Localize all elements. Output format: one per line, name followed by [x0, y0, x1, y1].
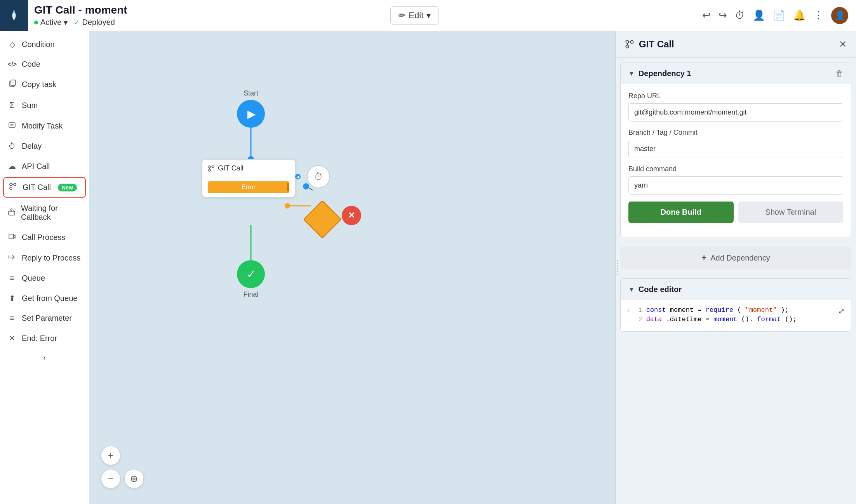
- sidebar-item-reply-to-process[interactable]: Reply to Process: [0, 248, 89, 268]
- x-icon: ✕: [348, 210, 355, 221]
- undo-icon[interactable]: ↩: [702, 9, 711, 21]
- canvas-controls: + − ⊕: [101, 446, 144, 488]
- call-process-icon: [8, 233, 16, 242]
- action-buttons: Done Build Show Terminal: [628, 202, 843, 223]
- dependency-section: ▼ Dependency 1 🗑 Repo URL Branch / Tag /…: [620, 63, 851, 237]
- done-build-button[interactable]: Done Build: [628, 202, 734, 223]
- repo-url-input[interactable]: [628, 103, 843, 122]
- add-dependency-button[interactable]: + Add Dependency: [620, 247, 851, 269]
- sidebar-item-queue[interactable]: ≡ Queue: [0, 268, 89, 288]
- more-menu-icon[interactable]: ⋮: [813, 9, 823, 21]
- expand-icon[interactable]: ⤢: [838, 306, 845, 316]
- flow-svg: [89, 31, 615, 504]
- sidebar-item-condition[interactable]: ◇ Condition: [0, 34, 89, 54]
- delete-dependency-button[interactable]: 🗑: [835, 69, 843, 78]
- sidebar-item-delay[interactable]: ⏱ Delay: [0, 136, 89, 156]
- delay-node[interactable]: ⏱: [307, 165, 330, 188]
- svg-point-22: [303, 183, 309, 189]
- code-line-1: ⚠ 1 const moment = require ( "moment" );: [627, 306, 845, 314]
- svg-line-21: [307, 186, 313, 190]
- zoom-in-button[interactable]: +: [101, 446, 120, 465]
- active-badge[interactable]: Active ▾: [34, 18, 68, 27]
- sidebar-item-git-call[interactable]: GIT Call New: [3, 177, 86, 198]
- dependency-chevron-icon: ▼: [628, 70, 635, 77]
- canvas[interactable]: Start ▶ GIT Call Error ◀ ⏱: [89, 31, 615, 504]
- svg-point-7: [10, 183, 12, 186]
- panel-close-button[interactable]: ✕: [839, 39, 847, 50]
- sidebar-item-end-error[interactable]: ✕ End: Error: [0, 328, 89, 348]
- waiting-icon: [8, 208, 16, 218]
- delete-node-button[interactable]: ✕: [342, 206, 361, 225]
- bell-icon[interactable]: 🔔: [793, 9, 806, 21]
- user-avatar[interactable]: 👤: [831, 7, 848, 24]
- sidebar: ◇ Condition </> Code Copy task Σ Sum Mod…: [0, 31, 89, 504]
- header-center: ✏ Edit ▾: [127, 6, 702, 25]
- code-line-2: ⚠ 2 data .datetime = moment (). format (…: [627, 316, 845, 323]
- active-dot: [34, 21, 38, 24]
- redo-icon[interactable]: ↪: [719, 9, 727, 21]
- sidebar-item-api-call[interactable]: ☁ API Call: [0, 156, 89, 176]
- sidebar-item-copy-task[interactable]: Copy task: [0, 74, 89, 95]
- sidebar-item-get-from-queue[interactable]: ⬆ Get from Queue: [0, 288, 89, 308]
- deployed-badge: ✓ Deployed: [74, 18, 115, 27]
- code-editor-header[interactable]: ▼ Code editor: [621, 279, 851, 300]
- sidebar-collapse-button[interactable]: ‹: [0, 348, 89, 368]
- build-command-input[interactable]: [628, 176, 843, 195]
- svg-point-9: [10, 187, 12, 189]
- dependency-section-body: Repo URL Branch / Tag / Commit Build com…: [621, 84, 851, 237]
- queue-icon: ≡: [8, 274, 16, 283]
- sidebar-item-modify-task[interactable]: Modify Task: [0, 116, 89, 136]
- end-error-icon: ✕: [8, 334, 16, 343]
- delay-icon: ⏱: [8, 142, 16, 151]
- edit-pencil-icon: ✏: [398, 10, 405, 21]
- fit-icon: ⊕: [130, 473, 138, 484]
- branch-input[interactable]: [628, 140, 843, 158]
- sidebar-item-sum[interactable]: Σ Sum: [0, 95, 89, 116]
- reply-process-icon: [8, 253, 16, 263]
- status-badges: Active ▾ ✓ Deployed: [34, 18, 127, 27]
- svg-rect-4: [9, 123, 15, 127]
- zoom-out-button[interactable]: −: [101, 469, 120, 488]
- play-icon: ▶: [247, 108, 256, 120]
- edit-button[interactable]: ✏ Edit ▾: [390, 6, 439, 25]
- edit-chevron-icon: ▾: [426, 10, 431, 21]
- fit-button[interactable]: ⊕: [124, 469, 144, 488]
- plus-icon: +: [701, 253, 706, 263]
- title-group: GIT Call - moment Active ▾ ✓ Deployed: [34, 4, 127, 27]
- sidebar-item-set-parameter[interactable]: ≡ Set Parameter: [0, 308, 89, 328]
- document-icon[interactable]: 📄: [773, 9, 785, 21]
- svg-point-23: [209, 165, 211, 167]
- svg-point-1: [13, 10, 15, 13]
- svg-point-25: [209, 169, 211, 171]
- svg-point-20: [285, 203, 290, 209]
- sidebar-item-code[interactable]: </> Code: [0, 54, 89, 74]
- sidebar-item-call-process[interactable]: Call Process: [0, 227, 89, 248]
- svg-point-28: [626, 40, 628, 43]
- dependency-section-header[interactable]: ▼ Dependency 1 🗑: [621, 63, 851, 84]
- sum-icon: Σ: [8, 100, 16, 110]
- condition-icon: ◇: [8, 40, 16, 49]
- add-user-icon[interactable]: 👤: [753, 9, 765, 21]
- svg-point-24: [212, 165, 214, 167]
- code-editor-body: ⤢ ⚠ 1 const moment = require ( "moment" …: [621, 300, 851, 331]
- code-editor-chevron-icon: ▼: [628, 286, 635, 293]
- page-title: GIT Call - moment: [34, 4, 127, 16]
- code-editor-section: ▼ Code editor ⤢ ⚠ 1 const moment = requi…: [620, 278, 851, 332]
- get-queue-icon: ⬆: [8, 294, 16, 303]
- new-badge: New: [58, 184, 77, 191]
- git-call-node[interactable]: GIT Call Error: [202, 159, 295, 197]
- sidebar-item-waiting[interactable]: Waiting for Callback: [0, 198, 89, 227]
- error-bar: Error: [208, 181, 289, 193]
- right-panel: GIT Call ✕ ▼ Dependency 1 🗑 Repo URL Bra…: [615, 31, 856, 504]
- collapse-icon: ‹: [43, 355, 45, 361]
- history-icon[interactable]: ⏱: [735, 9, 745, 21]
- condition-node[interactable]: [303, 200, 342, 239]
- code-icon: </>: [8, 61, 16, 68]
- panel-git-icon: [625, 40, 634, 49]
- show-terminal-button[interactable]: Show Terminal: [738, 202, 844, 223]
- drag-handle[interactable]: [616, 31, 619, 504]
- svg-point-30: [626, 45, 628, 48]
- header-actions: ↩ ↪ ⏱ 👤 📄 🔔 ⋮ 👤: [702, 7, 848, 24]
- checkmark-icon: ✓: [247, 268, 256, 281]
- start-circle[interactable]: ▶: [237, 100, 265, 128]
